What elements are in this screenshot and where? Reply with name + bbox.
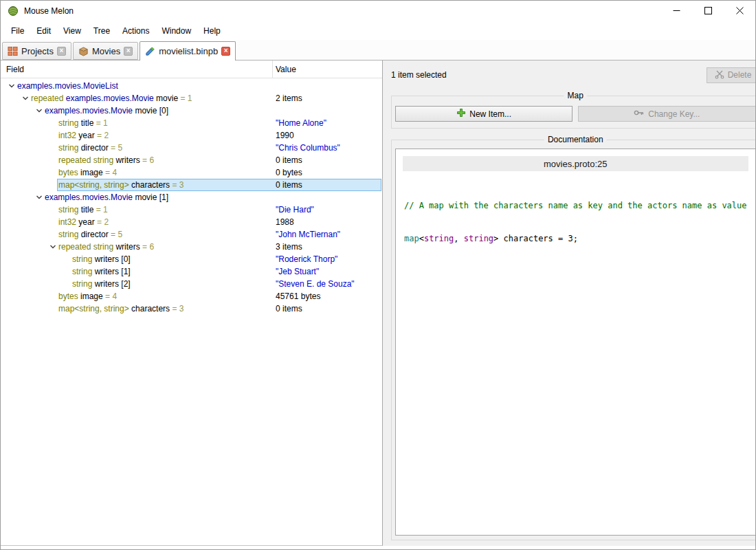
tab-close-icon[interactable]: × — [221, 47, 230, 56]
menu-edit[interactable]: Edit — [30, 23, 57, 38]
tab-close-icon[interactable]: × — [124, 47, 133, 56]
selection-status: 1 item selected — [391, 70, 447, 80]
doc-code: // A map with the characters name as key… — [403, 171, 748, 273]
main-content: Field Value examples.movies.MovieListrep… — [1, 60, 755, 546]
close-icon — [736, 5, 744, 17]
tree-cell-field: examples.movies.Movie movie [0] — [1, 104, 273, 117]
tab-projects[interactable]: Projects× — [2, 42, 71, 60]
tree-cell-field: map<string, string> characters = 3 — [1, 179, 273, 191]
delete-button-label: Delete — [728, 70, 752, 80]
tree-column-headers: Field Value — [1, 60, 382, 78]
tree-panel: Field Value examples.movies.MovieListrep… — [1, 60, 383, 546]
column-header-value[interactable]: Value — [273, 60, 382, 78]
menu-view[interactable]: View — [57, 23, 87, 38]
chevron-down-icon[interactable] — [34, 191, 45, 204]
tree-cell-value: 45761 bytes — [273, 290, 382, 302]
tab-close-icon[interactable]: × — [57, 47, 66, 56]
window-title: Mouse Melon — [24, 6, 74, 16]
maximize-button[interactable] — [692, 1, 724, 21]
documentation-groupbox: Documentation movies.proto:25 // A map w… — [391, 140, 756, 540]
tab-label: Projects — [21, 46, 54, 56]
menubar: FileEditViewTreeActionsWindowHelp — [1, 21, 755, 40]
tree-cell-value: "Chris Columbus" — [273, 142, 382, 154]
close-button[interactable] — [724, 1, 755, 21]
app-window: Mouse Melon FileEditViewTreeActionsWindo… — [0, 0, 756, 550]
map-actions: New Item... Change Key... — [395, 106, 756, 122]
new-item-button-label: New Item... — [469, 109, 511, 119]
tree-cell-value: 0 items — [273, 154, 382, 166]
doc-source-header: movies.proto:25 — [403, 156, 748, 171]
tree-cell-field: string writers [2] — [1, 278, 273, 290]
new-item-button[interactable]: New Item... — [395, 106, 572, 122]
tree-row[interactable]: string title = 1"Home Alone" — [1, 117, 382, 129]
tree-cell-value: 0 items — [273, 179, 382, 191]
tree-cell-field: string writers [1] — [1, 265, 273, 278]
tree-cell-value: "Steven E. de Souza" — [273, 278, 382, 290]
tree-cell-field: string title = 1 — [1, 117, 273, 129]
tree-cell-value — [273, 191, 382, 204]
tree-row[interactable]: string director = 5"John McTiernan" — [1, 228, 382, 241]
tree-cell-value: 1988 — [273, 216, 382, 228]
tree-cell-field: repeated string writers = 6 — [1, 241, 273, 253]
tree-row[interactable]: string writers [0]"Roderick Thorp" — [1, 253, 382, 265]
tree-cell-value: 0 bytes — [273, 166, 382, 179]
tree-row[interactable]: string director = 5"Chris Columbus" — [1, 142, 382, 154]
tree-cell-value: 0 items — [273, 302, 382, 315]
tree-cell-field: string writers [0] — [1, 253, 273, 265]
delete-button[interactable]: Delete — [707, 67, 756, 83]
tree-row[interactable]: string writers [1]"Jeb Stuart" — [1, 265, 382, 278]
documentation-group-title: Documentation — [544, 135, 607, 144]
map-group-title: Map — [564, 91, 587, 100]
tree-cell-value — [273, 104, 382, 117]
chevron-down-icon[interactable] — [34, 104, 45, 117]
tree-row[interactable]: string title = 1"Die Hard" — [1, 204, 382, 216]
chevron-down-icon[interactable] — [47, 241, 58, 253]
tree-row[interactable]: int32 year = 21988 — [1, 216, 382, 228]
tree-row[interactable]: repeated string writers = 60 items — [1, 154, 382, 166]
menu-actions[interactable]: Actions — [116, 23, 155, 38]
detail-panel: 1 item selected Delete Map New Item... C… — [383, 60, 756, 546]
tree-row[interactable]: int32 year = 21990 — [1, 129, 382, 142]
tab-label: movielist.binpb — [159, 46, 218, 56]
tree-cell-field: bytes image = 4 — [1, 166, 273, 179]
minimize-button[interactable] — [660, 1, 692, 21]
tree-row[interactable]: map<string, string> characters = 30 item… — [1, 179, 382, 191]
tree-cell-field: map<string, string> characters = 3 — [1, 302, 273, 315]
tree-row[interactable]: repeated string writers = 63 items — [1, 241, 382, 253]
documentation-viewer: movies.proto:25 // A map with the charac… — [395, 148, 756, 536]
change-key-button-label: Change Key... — [648, 109, 700, 119]
chevron-down-icon[interactable] — [6, 80, 17, 92]
tree-row[interactable]: string writers [2]"Steven E. de Souza" — [1, 278, 382, 290]
column-header-field[interactable]: Field — [1, 60, 273, 78]
menu-window[interactable]: Window — [155, 23, 197, 38]
menu-help[interactable]: Help — [197, 23, 227, 38]
tree-row[interactable]: bytes image = 40 bytes — [1, 166, 382, 179]
tree-cell-field: bytes image = 4 — [1, 290, 273, 302]
doc-code-line: map<string, string> characters = 3; — [404, 233, 747, 244]
tree-row[interactable]: repeated examples.movies.Movie movie = 1… — [1, 92, 382, 104]
tab-movies[interactable]: Movies× — [73, 42, 138, 60]
tree-cell-value — [273, 80, 382, 92]
plus-icon — [456, 108, 466, 120]
window-controls — [660, 1, 755, 21]
chevron-down-icon[interactable] — [20, 92, 31, 104]
minimize-icon — [673, 5, 680, 17]
tree-cell-value: 1990 — [273, 129, 382, 142]
tree-cell-value: 2 items — [273, 92, 382, 104]
menu-file[interactable]: File — [5, 23, 30, 38]
tree-row[interactable]: examples.movies.Movie movie [0] — [1, 104, 382, 117]
tree-cell-value: "John McTiernan" — [273, 228, 382, 241]
blocks-icon — [8, 46, 18, 56]
tree-cell-field: int32 year = 2 — [1, 216, 273, 228]
map-groupbox: Map New Item... Change Key... — [391, 96, 756, 129]
doc-comment-line: // A map with the characters name as key… — [404, 200, 747, 211]
tree-row[interactable]: bytes image = 445761 bytes — [1, 290, 382, 302]
tree-row[interactable]: examples.movies.MovieList — [1, 80, 382, 92]
tree-row[interactable]: examples.movies.Movie movie [1] — [1, 191, 382, 204]
change-key-button[interactable]: Change Key... — [578, 106, 755, 122]
tree-row[interactable]: map<string, string> characters = 30 item… — [1, 302, 382, 315]
tree: examples.movies.MovieListrepeated exampl… — [1, 78, 382, 545]
menu-tree[interactable]: Tree — [87, 23, 116, 38]
tab-movielist-binpb[interactable]: movielist.binpb× — [140, 41, 236, 60]
proto-file-icon — [145, 46, 155, 56]
